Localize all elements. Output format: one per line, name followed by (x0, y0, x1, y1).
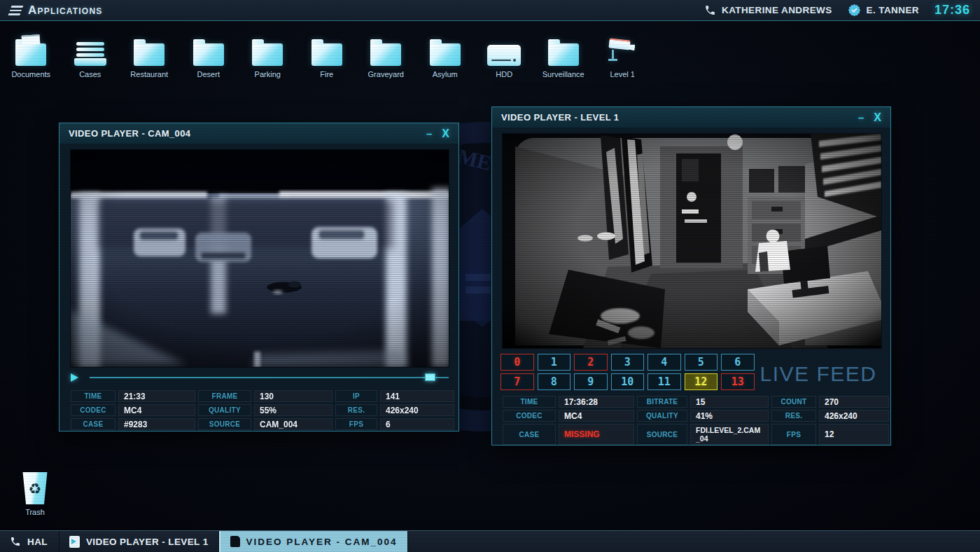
stat-value: #9283 (118, 418, 195, 430)
seek-bar[interactable] (90, 377, 449, 378)
folder-icon (252, 36, 283, 66)
camera-select-button[interactable]: 1 (538, 354, 571, 371)
phone-icon (704, 4, 716, 16)
taskbar-item-video-player-cam004[interactable]: VIDEO PLAYER - CAM_004 (219, 531, 408, 552)
desktop-icon-parking[interactable]: Parking (238, 32, 298, 78)
camera-select-button[interactable]: 10 (611, 373, 645, 390)
window-title-bar[interactable]: VIDEO PLAYER - CAM_004 – X (59, 123, 458, 144)
desktop-icon-fire[interactable]: Fire (298, 32, 357, 78)
stat-value: MC4 (118, 404, 195, 416)
minimize-button[interactable]: – (858, 114, 864, 121)
top-bar-status: KATHERINE ANDREWS E. TANNER 17:36 (704, 3, 970, 18)
folder-icon (430, 36, 461, 66)
video-frame-office-live[interactable] (503, 134, 881, 348)
stat-value: 426x240 (819, 410, 889, 422)
applications-label: Applications (28, 4, 102, 18)
folder-icon (134, 36, 164, 66)
stat-label: RES. (335, 404, 377, 416)
stat-value: 141 (380, 390, 454, 402)
stat-label: CODEC (71, 404, 115, 416)
minimize-button[interactable]: – (426, 130, 432, 137)
stat-label: SOURCE (198, 418, 251, 430)
desktop-icon-label: Fire (320, 70, 333, 78)
camera-select-button[interactable]: 2 (574, 354, 608, 371)
cctv-camera-icon (606, 36, 638, 66)
folder-icon (193, 36, 224, 66)
desktop-screen: Applications KATHERINE ANDREWS E. TANNER… (0, 0, 980, 552)
stat-value: MC4 (559, 410, 634, 422)
applications-menu-button[interactable]: Applications (10, 4, 102, 18)
phone-icon (10, 536, 21, 547)
close-button[interactable]: X (874, 111, 881, 124)
hard-drive-icon (487, 36, 521, 66)
stat-label: FRAME (198, 390, 251, 402)
dark-file-icon (230, 536, 240, 547)
video-file-icon (69, 536, 80, 548)
camera-select-button[interactable]: 12 (685, 373, 718, 390)
desktop-icon-documents[interactable]: Documents (1, 32, 61, 78)
trash-recycle-icon: ♻ (22, 472, 48, 504)
trash[interactable]: ♻ Trash (14, 472, 56, 516)
stat-label: FPS (771, 424, 816, 445)
desktop-icon-label: Restaurant (130, 70, 168, 78)
desktop-icon-label: Level 1 (610, 70, 635, 78)
stat-label: TIME (71, 390, 115, 402)
camera-select-button[interactable]: 5 (685, 354, 718, 371)
taskbar-item-video-player-level1[interactable]: VIDEO PLAYER - LEVEL 1 (59, 531, 219, 552)
agent-name: E. TANNER (867, 5, 919, 15)
stat-value: 130 (254, 390, 332, 402)
live-feed-label: LIVE FEED (751, 356, 886, 392)
stat-value: 21:33 (118, 390, 195, 402)
stat-label: RES. (771, 410, 816, 422)
stat-value: 55% (254, 404, 332, 416)
stat-label: TIME (503, 396, 556, 408)
desktop-icon-label: Documents (11, 70, 50, 78)
stat-label: SOURCE (637, 424, 687, 445)
desktop-icon-label: Desert (197, 70, 220, 78)
playhead[interactable] (425, 373, 435, 381)
hamburger-menu-icon (8, 6, 24, 15)
desktop-icon-hdd[interactable]: HDD (475, 32, 534, 78)
desktop-icon-surveillance[interactable]: Surveillance (534, 32, 594, 78)
camera-select-button[interactable]: 0 (500, 354, 534, 371)
camera-select-button[interactable]: 8 (538, 373, 571, 390)
video-stats-table: TIME 17:36:28 BITRATE 15 COUNT 270 CODEC… (503, 396, 882, 445)
close-button[interactable]: X (442, 127, 449, 140)
desktop-icon-asylum[interactable]: Asylum (416, 32, 475, 78)
taskbar-item-hal[interactable]: HAL (0, 531, 59, 552)
desktop-icon-level1[interactable]: Level 1 (593, 32, 652, 78)
taskbar: HAL VIDEO PLAYER - LEVEL 1 VIDEO PLAYER … (0, 530, 980, 552)
stat-label: IP (335, 390, 377, 402)
desktop-icon-desert[interactable]: Desert (179, 32, 239, 78)
desktop-icon-label: Surveillance (542, 70, 584, 78)
folder-icon (548, 36, 579, 66)
stat-label: COUNT (771, 396, 816, 408)
taskbar-item-label: HAL (27, 537, 48, 547)
open-folder-documents-icon (15, 36, 46, 66)
video-stats-table: TIME 21:33 FRAME 130 IP 141 CODEC MC4 QU… (71, 390, 449, 430)
camera-select-button[interactable]: 3 (611, 354, 645, 371)
play-button[interactable] (71, 373, 83, 382)
agent-indicator[interactable]: E. TANNER (848, 4, 919, 17)
stat-label: FPS (335, 418, 377, 430)
video-frame-parking-garage[interactable] (71, 150, 449, 367)
trash-label: Trash (25, 508, 45, 516)
camera-select-button[interactable]: 7 (500, 373, 534, 390)
stat-label: CASE (503, 424, 556, 445)
camera-select-button[interactable]: 13 (721, 373, 755, 390)
camera-select-button[interactable]: 9 (574, 373, 608, 390)
desktop-icon-graveyard[interactable]: Graveyard (356, 32, 416, 78)
camera-select-button[interactable]: 4 (648, 354, 681, 371)
folder-icon (370, 36, 401, 66)
desktop-icon-cases[interactable]: Cases (61, 32, 120, 78)
active-call-indicator[interactable]: KATHERINE ANDREWS (704, 4, 832, 16)
stat-value: 6 (380, 418, 454, 430)
window-title-bar[interactable]: VIDEO PLAYER - LEVEL 1 – X (492, 107, 890, 128)
stat-value: CAM_004 (254, 418, 332, 430)
taskbar-item-label: VIDEO PLAYER - CAM_004 (246, 537, 398, 547)
camera-select-button[interactable]: 11 (648, 373, 681, 390)
window-title: VIDEO PLAYER - CAM_004 (69, 128, 416, 139)
stat-value: 12 (819, 424, 889, 445)
camera-select-button[interactable]: 6 (721, 354, 755, 371)
desktop-icon-restaurant[interactable]: Restaurant (120, 32, 179, 78)
